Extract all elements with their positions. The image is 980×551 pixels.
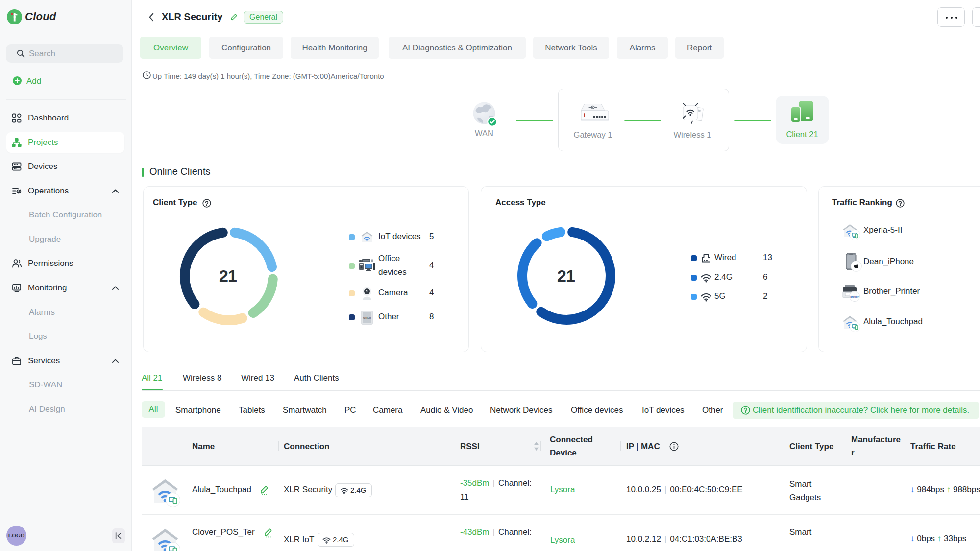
svg-text:OTHER: OTHER xyxy=(363,317,371,319)
svg-text:brother: brother xyxy=(850,295,859,298)
